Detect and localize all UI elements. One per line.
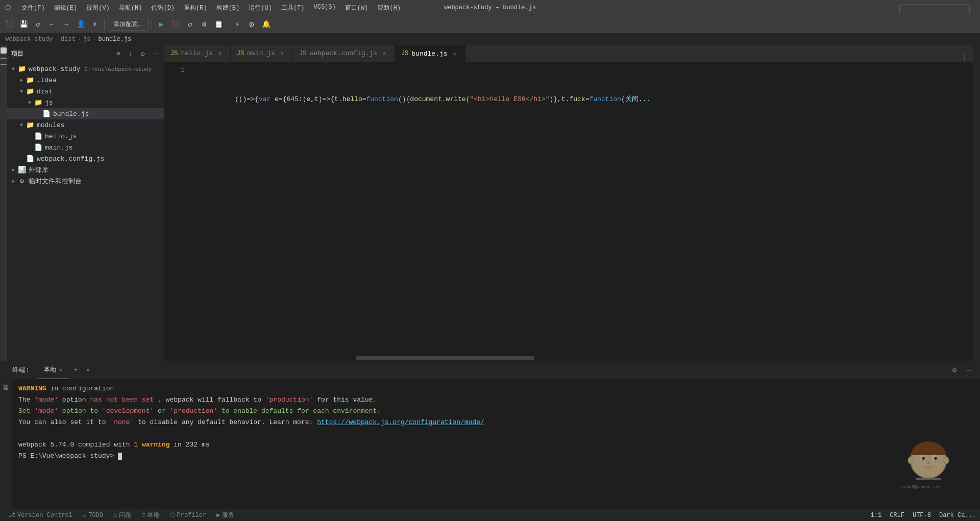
todo-icon: ☑ (83, 511, 86, 519)
breadcrumb-project[interactable]: webpack-study (5, 36, 53, 43)
settings-button[interactable]: ⚙ (246, 18, 258, 31)
menu-run[interactable]: 运行(U) (244, 3, 276, 13)
user-button[interactable]: 👤 (75, 18, 87, 31)
panel-tab-local-close[interactable]: ✕ (59, 366, 63, 373)
update-button[interactable]: ⬆ (89, 18, 101, 31)
folder-icon-idea: 📁 (26, 76, 35, 84)
bottom-tab-version-control[interactable]: ⎇ Version Control (4, 509, 77, 522)
tree-label-main-js: main.js (45, 144, 160, 152)
panel-tab-local[interactable]: 本地 ✕ (37, 361, 70, 379)
panel-add-terminal-button[interactable]: + (69, 364, 82, 376)
tree-item-webpack-config[interactable]: ▶ 📄 webpack.config.js (7, 153, 164, 164)
file-tree: ▼ 📁 webpack-study E:\Vue\webpack-study ▶… (7, 63, 164, 361)
bottom-tab-terminal[interactable]: ≡ 终端 (137, 509, 163, 522)
t-development-value: 'development' (102, 407, 154, 415)
t-warning-count: 1 (134, 441, 138, 449)
activity-project-icon[interactable] (1, 47, 7, 54)
tree-item-modules[interactable]: ▼ 📁 modules (7, 119, 164, 131)
menu-build[interactable]: 构建(B) (212, 3, 244, 13)
add-config-button[interactable]: 添加配置... (108, 18, 149, 31)
sidebar-expand-icon[interactable]: ↕ (126, 49, 136, 59)
editor-tabs: JS hello.js ✕ JS main.js ✕ JS webpack.co… (164, 45, 973, 63)
horizontal-scrollbar[interactable] (164, 356, 973, 361)
menu-navigate[interactable]: 导航(N) (115, 3, 146, 13)
tree-arrow-dist: ▼ (17, 89, 26, 94)
coverage-button[interactable]: ⚙ (198, 18, 210, 31)
panel-minimize-button[interactable]: — (963, 364, 975, 376)
bottom-tab-services[interactable]: ▶ 服务 (212, 509, 238, 522)
save-button[interactable]: 💾 (17, 18, 30, 31)
menu-view[interactable]: 视图(V) (82, 3, 114, 13)
main-area: 项目 ≡ ↕ ⚙ — ▼ 📁 webpack-study E:\Vue\webp… (0, 45, 980, 361)
back-button[interactable]: ← (46, 18, 58, 31)
activity-icon-2[interactable] (1, 58, 7, 59)
tree-item-webpack-study[interactable]: ▼ 📁 webpack-study E:\Vue\webpack-study (7, 63, 164, 75)
breadcrumb-dist[interactable]: dist (61, 36, 76, 43)
tab-hello-js[interactable]: JS hello.js ✕ (164, 45, 231, 62)
todo-label: TODO (88, 512, 103, 519)
t-link-url[interactable]: https://webpack.js.org/configuration/mod… (317, 418, 484, 426)
tab-icon-webpack-config: JS (299, 50, 306, 57)
tab-close-webpack-config[interactable]: ✕ (380, 49, 388, 58)
bottom-tab-profiler[interactable]: ⬡ Profiler (166, 509, 211, 522)
tree-item-main-js[interactable]: ▶ 📄 main.js (7, 142, 164, 153)
panel-tabs: 终端: 本地 ✕ + ▾ ⚙ — (0, 361, 980, 379)
bottom-tab-todo[interactable]: ☑ TODO (79, 509, 107, 522)
tree-item-ext-libs[interactable]: ▶ 📊 外部库 (7, 164, 164, 176)
more-run-button[interactable]: 📋 (212, 18, 225, 31)
search-everywhere-button[interactable]: ⚡ (231, 18, 243, 31)
panel-tab-terminal-label[interactable]: 终端: (5, 361, 37, 379)
menu-edit[interactable]: 编辑(E) (50, 3, 82, 13)
rerun-button[interactable]: ↺ (184, 18, 196, 31)
menu-tools[interactable]: 工具(T) (277, 3, 309, 13)
tab-close-bundle-js[interactable]: ✕ (451, 49, 459, 58)
notifications-button[interactable]: 🔔 (260, 18, 272, 31)
tree-item-bundle-js[interactable]: ▶ 📄 bundle.js (7, 108, 164, 119)
status-right: 1:1 CRLF UTF-8 Dark Ca... (871, 512, 976, 519)
synchronize-button[interactable]: ↺ (32, 18, 44, 31)
menu-file[interactable]: 文件(F) (17, 3, 49, 13)
tree-arrow-ext-libs: ▶ (9, 167, 17, 173)
terminal-search[interactable] (899, 4, 970, 14)
tree-item-idea[interactable]: ▶ 📁 .idea (7, 75, 164, 86)
tab-bundle-js[interactable]: JS bundle.js ✕ (395, 45, 465, 62)
breadcrumb-bundle-js[interactable]: bundle.js (98, 36, 131, 43)
tab-close-hello-js[interactable]: ✕ (216, 49, 224, 58)
status-line-ending: CRLF (890, 512, 904, 519)
panel-tab-dropdown-icon[interactable]: ▾ (82, 364, 94, 376)
code-line-1: (()=>{var e={645:(e,t)=>{t.hello=functio… (195, 85, 973, 94)
run-button[interactable]: ▶ (155, 18, 167, 31)
t-none-value: 'none' (110, 418, 134, 426)
menu-window[interactable]: 窗口(W) (341, 3, 373, 13)
tab-webpack-config-js[interactable]: JS webpack.config.js ✕ (293, 45, 395, 62)
panel-settings-button[interactable]: ⚙ (948, 364, 961, 376)
menu-help[interactable]: 帮助(H) (373, 3, 405, 13)
recent-projects-button[interactable]: ⬛ (3, 18, 15, 31)
tab-main-js[interactable]: JS main.js ✕ (231, 45, 293, 62)
tree-label-hello-js: hello.js (45, 133, 160, 140)
bottom-tab-problems[interactable]: ⚠ 问题 (109, 509, 135, 522)
sidebar-minimize-icon[interactable]: — (150, 49, 160, 59)
forward-button[interactable]: → (60, 18, 72, 31)
editor-more-tabs-icon[interactable]: ⋮ (961, 52, 969, 62)
scrollbar-thumb[interactable] (356, 356, 534, 360)
activity-icon-3[interactable] (1, 64, 7, 65)
tree-arrow-js: ▼ (26, 100, 34, 106)
terminal-search-input[interactable] (904, 6, 965, 13)
code-editor[interactable]: (()=>{var e={645:(e,t)=>{t.hello=functio… (190, 63, 973, 356)
menu-code[interactable]: 代码(D) (147, 3, 179, 13)
tree-item-js[interactable]: ▼ 📁 js (7, 97, 164, 108)
tab-label-hello-js: hello.js (181, 49, 212, 57)
tree-item-temp[interactable]: ▶ ⚙ 临时文件和控制台 (7, 176, 164, 187)
menu-refactor[interactable]: 重构(R) (180, 3, 211, 13)
tab-close-main-js[interactable]: ✕ (278, 49, 286, 58)
stop-button[interactable]: ⬛ (169, 18, 182, 31)
menu-vcs[interactable]: VCS(S) (309, 3, 339, 13)
breadcrumb-js[interactable]: js (83, 36, 90, 43)
toolbar-divider-3 (228, 19, 228, 30)
sidebar-settings-icon[interactable]: ⚙ (138, 49, 148, 59)
sidebar-collapse-all-icon[interactable]: ≡ (113, 49, 124, 59)
tree-item-dist[interactable]: ▼ 📁 dist (7, 86, 164, 97)
terminal-content[interactable]: WARNING in configuration The 'mode' opti… (12, 379, 972, 509)
tree-item-hello-js[interactable]: ▶ 📄 hello.js (7, 131, 164, 142)
